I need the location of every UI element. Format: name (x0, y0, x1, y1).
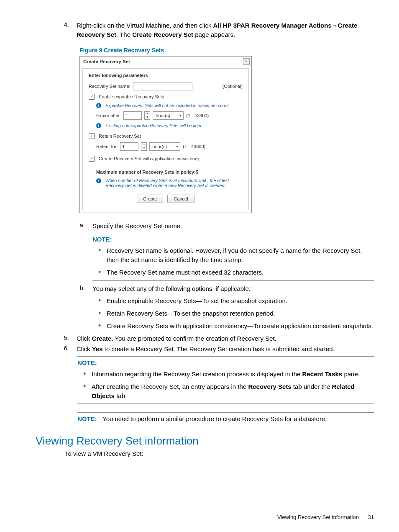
txt: Click (77, 345, 92, 352)
final-note: NOTE: You need to perform a similar proc… (77, 415, 374, 422)
bold: Yes (92, 345, 103, 352)
create-button[interactable]: Create (137, 195, 163, 203)
divider (77, 412, 374, 413)
option-item: Retain Recovery Sets—To set the snapshot… (92, 309, 374, 318)
recovery-set-name-input[interactable] (133, 82, 192, 90)
bold: Recovery Sets (248, 383, 291, 390)
page-number: 31 (368, 514, 374, 520)
max-policy-label: Maximum number of Recovery Sets in polic… (96, 170, 243, 175)
bold: All HP 3PAR Recovery Manager Actions (213, 22, 332, 29)
options-list-wrap: Enable expirable Recovery Sets—To set th… (92, 296, 374, 330)
label: Enable expirable Recovery Sets (99, 94, 164, 99)
bold: Create (92, 335, 112, 342)
step-number: 4. (36, 21, 77, 39)
optional-label: (Optional) (223, 84, 243, 89)
substep-b: b. You may select any of the following o… (36, 284, 374, 293)
step-text: Click Create. You are prompted to confir… (77, 334, 374, 343)
txt: Click (77, 335, 92, 342)
checkbox-retain[interactable]: ✓ (89, 133, 95, 139)
option-item: Create Recovery Sets with application co… (92, 321, 374, 331)
bold: Create Recovery Set (132, 31, 193, 38)
spinner[interactable]: ▲▼ (144, 111, 150, 120)
row-app-consistency: ✓ Create Recovery Set with application c… (89, 156, 243, 162)
divider (77, 356, 374, 357)
info-text: Expirable Recovery Sets will not be incl… (105, 103, 230, 108)
letter: b. (36, 284, 92, 293)
retent-value-input[interactable]: 1 (120, 142, 138, 151)
options-list: Enable expirable Recovery Sets—To set th… (92, 296, 374, 330)
label: Retent for: (96, 144, 118, 149)
close-icon[interactable]: x (243, 58, 250, 65)
text: Specify the Recovery Set name. (92, 221, 374, 231)
txt: pane. (342, 370, 360, 378)
checkbox-enable-expirable[interactable]: ✓ (89, 94, 95, 100)
step-text: Click Yes to create a Recovery Set. The … (77, 344, 374, 354)
row-expire-after: Expire after: 1▲▼ hour(s) (1 - 43800) (96, 111, 243, 120)
note-list: Recovery Set name is optional. However, … (92, 246, 374, 277)
step-text: Right-click on the Virtual Machine, and … (77, 21, 374, 39)
dialog-heading: Enter following parameters (89, 73, 243, 78)
expire-unit-dropdown[interactable]: hour(s) (153, 111, 184, 120)
txt: Right-click on the Virtual Machine, and … (77, 22, 213, 29)
note-label: NOTE: (77, 415, 102, 422)
range-label: (1 - 43800) (183, 144, 205, 149)
step-number: 6. (36, 344, 77, 354)
note-item: The Recovery Set name must not exceed 32… (92, 268, 374, 277)
step-number: 5. (36, 334, 77, 343)
row-retain: ✓ Retain Recovery Set (89, 133, 243, 139)
info-icon: i (96, 103, 101, 108)
dialog-create-recovery-set: Create Recovery Set x Enter following pa… (79, 56, 252, 213)
txt: Information regarding the Recovery Set c… (92, 370, 302, 378)
note-item: Recovery Set name is optional. However, … (92, 246, 374, 265)
text: You may select any of the following opti… (92, 284, 374, 293)
info-row: i Expirable Recovery Sets will not be in… (96, 103, 243, 108)
note-block-b: NOTE: Information regarding the Recovery… (77, 356, 374, 404)
txt: to create a Recovery Set. The Recovery S… (103, 345, 335, 352)
substep-a: a. Specify the Recovery Set name. (36, 221, 374, 231)
info-text: When number of Recovery Sets is at maxim… (105, 178, 235, 188)
bold: Recent Tasks (302, 370, 343, 378)
label: Expire after: (96, 113, 121, 118)
txt: After creating the Recovery Set, an entr… (92, 383, 248, 390)
cancel-button[interactable]: Cancel (167, 195, 194, 203)
letter: a. (36, 221, 92, 231)
note-text: You need to perform a similar procedure … (102, 415, 374, 422)
footer-text: Viewing Recovery Set information (277, 514, 359, 520)
divider (77, 425, 374, 425)
expire-value-input[interactable]: 1 (123, 111, 142, 120)
step-5: 5. Click Create. You are prompted to con… (36, 334, 374, 343)
body-paragraph: To view a VM Recovery Set: (65, 450, 374, 457)
note-block-a: NOTE: Recovery Set name is optional. How… (92, 233, 374, 280)
row-retent-for: Retent for: 1▲▼ hour(s) (1 - 43800) (96, 142, 243, 151)
page-footer: Viewing Recovery Set information 31 (277, 514, 374, 520)
txt: tab. (115, 392, 127, 399)
divider (83, 166, 248, 166)
label: Recovery Set name: (89, 84, 130, 89)
txt: page appears. (193, 31, 235, 38)
option-item: Enable expirable Recovery Sets—To set th… (92, 296, 374, 306)
note-label: NOTE: (92, 236, 374, 243)
txt: . You are prompted to confirm the creati… (111, 335, 276, 342)
note-label: NOTE: (77, 359, 374, 366)
row-recovery-set-name: Recovery Set name: (Optional) (89, 82, 243, 90)
divider (92, 280, 374, 281)
label: Retain Recovery Set (99, 134, 141, 139)
section-heading: Viewing Recovery Set information (36, 434, 374, 447)
step-6: 6. Click Yes to create a Recovery Set. T… (36, 344, 374, 354)
row-enable-expirable: ✓ Enable expirable Recovery Sets (89, 94, 243, 100)
dialog-buttons: Create Cancel (89, 195, 243, 203)
note-list: Information regarding the Recovery Set c… (77, 370, 374, 400)
txt: . The (116, 31, 132, 38)
figure-caption: Figure 9 Create Recovery Sets (79, 47, 374, 54)
info-row: i Existing non-expirable Recovery Sets w… (96, 123, 243, 128)
info-row: i When number of Recovery Sets is at max… (96, 178, 243, 188)
note-item: Information regarding the Recovery Set c… (77, 370, 374, 379)
txt: tab under the (292, 383, 332, 390)
retent-unit-dropdown[interactable]: hour(s) (149, 142, 180, 151)
dialog-body: Enter following parameters Recovery Set … (82, 68, 249, 210)
spinner[interactable]: ▲▼ (141, 142, 147, 151)
checkbox-app-consistency[interactable]: ✓ (89, 156, 95, 162)
arrow: → (332, 22, 338, 29)
step-4: 4. Right-click on the Virtual Machine, a… (36, 21, 374, 39)
divider (92, 233, 374, 233)
